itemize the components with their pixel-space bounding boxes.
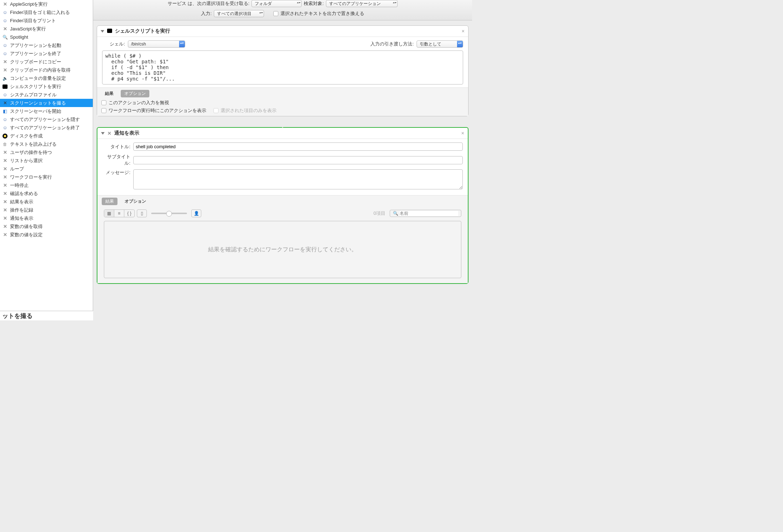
gear-icon	[2, 232, 8, 238]
sidebar-item[interactable]: Spotlight	[0, 33, 93, 41]
sidebar-item-label: ループ	[10, 166, 24, 172]
sidebar-item[interactable]: Finder項目をプリント	[0, 16, 93, 25]
columns-button[interactable]: ▯	[137, 209, 147, 217]
sidebar-item-label: 操作を記録	[10, 207, 33, 213]
sidebar-item[interactable]: テキストを読み上げる	[0, 140, 93, 148]
options-tab[interactable]: オプション	[121, 198, 150, 205]
sidebar-item[interactable]: クリップボードにコピー	[0, 58, 93, 66]
action-display-notification[interactable]: 通知を表示 × タイトル: サブタイトル: メッセージ:	[97, 127, 469, 284]
braces-view-icon[interactable]: { }	[124, 210, 134, 217]
sidebar-item-label: クリップボードの内容を取得	[10, 67, 71, 73]
input-select[interactable]: すべての選択項目	[214, 10, 264, 17]
gear-icon	[2, 67, 8, 73]
gear-icon	[2, 150, 8, 155]
gear-icon	[2, 216, 8, 221]
replace-selection-checkbox[interactable]	[273, 11, 278, 16]
sidebar-item-label: ワークフローを実行	[10, 174, 52, 180]
gear-icon	[2, 59, 8, 65]
show-selected-only-checkbox	[213, 108, 218, 113]
pass-input-select[interactable]: 引数として	[417, 40, 463, 48]
sidebar-item[interactable]: クリップボードの内容を取得	[0, 66, 93, 74]
sidebar-item[interactable]: スクリーンセーバを開始	[0, 107, 93, 115]
zoom-slider[interactable]	[151, 213, 187, 214]
replace-selection-label: 選択されたテキストを出力で置き換える	[280, 10, 364, 17]
sidebar-item[interactable]: ループ	[0, 165, 93, 173]
show-action-checkbox[interactable]	[101, 108, 106, 113]
shell-script-textarea[interactable]: while ( $# ) echo "Get path: $1" if ( -d…	[102, 50, 463, 84]
sidebar-item[interactable]: ユーザの操作を待つ	[0, 148, 93, 156]
sidebar-item[interactable]: アプリケーションを終了	[0, 49, 93, 58]
gear-icon	[2, 199, 8, 205]
sidebar-item[interactable]: Finder項目をゴミ箱に入れる	[0, 8, 93, 16]
notif-message-textarea[interactable]	[133, 169, 463, 189]
remove-action-button[interactable]: ×	[461, 130, 464, 136]
finder-face-icon	[2, 92, 8, 98]
sidebar-item[interactable]: スクリーンショットを撮る	[0, 99, 93, 107]
list-view-icon[interactable]: ≡	[114, 210, 124, 217]
connector-notch-icon	[278, 123, 287, 128]
search-in-select[interactable]: すべてのアプリケーション	[326, 0, 398, 7]
action-run-shell-script[interactable]: シェルスクリプトを実行 × シェル: /bin/csh 入力の引き渡し方法: 引…	[97, 25, 469, 116]
disclosure-triangle-icon[interactable]	[101, 30, 104, 33]
sidebar-item[interactable]: 通知を表示	[0, 214, 93, 222]
ignore-input-checkbox[interactable]	[101, 100, 106, 105]
sidebar-item-label: JavaScriptを実行	[10, 26, 46, 32]
action-title: シェルスクリプトを実行	[115, 28, 459, 34]
gear-icon	[2, 183, 8, 188]
notif-title-input[interactable]	[133, 142, 463, 151]
gear-icon	[2, 191, 8, 197]
sidebar-item[interactable]: 操作を記録	[0, 206, 93, 214]
sidebar-item[interactable]: JavaScriptを実行	[0, 25, 93, 33]
service-header: サービス は、次の選択項目を受け取る: フォルダ 検索対象: すべてのアプリケー…	[93, 0, 472, 20]
results-tab[interactable]: 結果	[101, 90, 117, 97]
shell-select[interactable]: /bin/csh	[128, 40, 185, 48]
view-mode-segmented[interactable]: ▦ ≡ { }	[104, 209, 135, 217]
sidebar-item[interactable]: 変数の値を設定	[0, 231, 93, 239]
sidebar-item[interactable]: アプリケーションを起動	[0, 41, 93, 49]
receives-select[interactable]: フォルダ	[251, 0, 302, 7]
results-placeholder-text: 結果を確認するためにワークフローを実行してください。	[208, 246, 357, 253]
options-tab[interactable]: オプション	[121, 90, 149, 97]
gear-icon	[2, 158, 8, 164]
sidebar-item-label: AppleScriptを実行	[10, 1, 48, 8]
search-icon: 🔍	[393, 211, 398, 216]
person-button[interactable]: 👤	[191, 209, 201, 217]
show-action-label: ワークフローの実行時にこのアクションを表示	[109, 107, 206, 114]
sidebar-item-label: アプリケーションを終了	[10, 50, 61, 57]
results-area: 結果を確認するためにワークフローを実行してください。	[104, 221, 461, 278]
trash-icon	[2, 141, 8, 147]
notif-subtitle-input[interactable]	[133, 156, 463, 164]
ignore-input-label: このアクションの入力を無視	[109, 100, 169, 106]
sidebar-item-label: Finder項目をゴミ箱に入れる	[10, 9, 70, 16]
sidebar-item[interactable]: コンピュータの音量を設定	[0, 74, 93, 82]
sidebar-item[interactable]: ディスクを作成	[0, 132, 93, 140]
results-count: 0項目	[374, 210, 385, 217]
camera-icon	[2, 100, 8, 106]
gear-icon	[2, 224, 8, 229]
disclosure-triangle-icon[interactable]	[101, 132, 105, 135]
sidebar-item[interactable]: 変数の値を取得	[0, 222, 93, 231]
results-search-input[interactable]	[400, 211, 458, 216]
burn-disc-icon	[2, 133, 8, 139]
sidebar-item-label: テキストを読み上げる	[10, 141, 57, 147]
finder-face-icon	[2, 117, 8, 122]
results-tab[interactable]: 結果	[102, 198, 117, 205]
remove-action-button[interactable]: ×	[462, 28, 465, 34]
notif-subtitle-label: サブタイトル:	[102, 154, 130, 166]
sidebar-item[interactable]: ワークフローを実行	[0, 173, 93, 181]
grid-view-icon[interactable]: ▦	[104, 210, 114, 217]
sidebar-item[interactable]: すべてのアプリケーションを隠す	[0, 115, 93, 124]
sidebar-item[interactable]: 一時停止	[0, 181, 93, 189]
sidebar-item[interactable]: シェルスクリプトを実行	[0, 82, 93, 91]
sidebar-item[interactable]: 確認を求める	[0, 189, 93, 198]
sidebar-item[interactable]: リストから選択	[0, 156, 93, 165]
sidebar-item[interactable]: システムプロファイル	[0, 91, 93, 99]
sidebar-item-label: スクリーンセーバを開始	[10, 108, 61, 115]
results-search[interactable]: 🔍	[390, 210, 461, 217]
sidebar-item-label: システムプロファイル	[10, 92, 57, 98]
sidebar-item[interactable]: すべてのアプリケーションを終了	[0, 124, 93, 132]
gear-icon	[2, 166, 8, 172]
sidebar-item[interactable]: AppleScriptを実行	[0, 0, 93, 8]
workflow-canvas[interactable]: シェルスクリプトを実行 × シェル: /bin/csh 入力の引き渡し方法: 引…	[93, 20, 472, 311]
sidebar-item[interactable]: 結果を表示	[0, 198, 93, 206]
